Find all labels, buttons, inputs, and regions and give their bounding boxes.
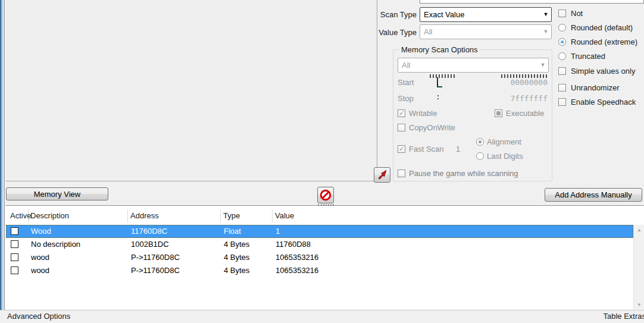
no-entry-icon	[319, 189, 332, 202]
table-row[interactable]: No description1002B1DC4 Bytes11760D88	[6, 238, 633, 251]
writable-checkbox	[398, 109, 405, 117]
start-value: 00000000	[458, 78, 548, 87]
footer-bar: Advanced Options Table Extras	[0, 310, 644, 323]
writable-label: Writable	[409, 109, 437, 118]
executable-label: Executable	[506, 109, 544, 118]
pause-game-label: Pause the game while scanning	[409, 169, 518, 178]
value-type-label: Value Type	[333, 28, 417, 37]
unrandomizer-checkbox[interactable]	[558, 84, 566, 92]
chevron-down-icon: ▼	[540, 29, 551, 35]
scroll-down-icon[interactable]: ▼	[634, 300, 644, 310]
column-header-type[interactable]: Type	[223, 211, 240, 220]
not-label: Not	[571, 9, 583, 18]
row-description: wood	[31, 253, 49, 262]
row-type: 4 Bytes	[224, 240, 249, 249]
rounded-extreme-radio[interactable]	[558, 38, 566, 46]
red-arrow-cursor-icon	[377, 170, 387, 180]
executable-checkbox	[495, 109, 502, 117]
active-checkbox[interactable]	[11, 240, 18, 248]
row-type: Float	[224, 227, 241, 236]
table-row[interactable]: woodP->11760D8C4 Bytes1065353216	[6, 251, 633, 264]
truncated-label: Truncated	[571, 52, 605, 61]
row-address: 1002B1DC	[131, 240, 169, 249]
scan-type-label: Scan Type	[333, 10, 417, 19]
scan-value-input[interactable]	[420, 0, 644, 4]
active-checkbox[interactable]	[11, 227, 18, 235]
pointer-button[interactable]	[374, 167, 390, 183]
alignment-label: Alignment	[487, 137, 521, 146]
column-header-address[interactable]: Address	[130, 211, 159, 220]
fast-scan-checkbox	[398, 145, 405, 153]
last-digits-label: Last Digits	[487, 152, 523, 161]
rounded-default-radio[interactable]	[558, 24, 566, 32]
column-header-value[interactable]: Value	[275, 211, 294, 220]
table-row[interactable]: woodP->11760D8C4 Bytes1065353216	[6, 264, 633, 277]
vertical-scrollbar[interactable]: ▲ ▼	[633, 225, 644, 310]
enable-speedhack-checkbox[interactable]	[558, 98, 566, 106]
row-value: 1065353216	[276, 266, 318, 275]
row-type: 4 Bytes	[224, 266, 249, 275]
unrandomizer-label: Unrandomizer	[571, 83, 620, 92]
row-value: 1	[276, 227, 280, 236]
row-address: P->11760D8C	[131, 253, 180, 262]
row-address: P->11760D8C	[131, 266, 180, 275]
row-type: 4 Bytes	[224, 253, 249, 262]
render-artifact	[437, 86, 442, 87]
fast-scan-value: 1	[456, 145, 460, 153]
found-address-list-panel	[5, 0, 377, 181]
column-header-active[interactable]: Active	[10, 211, 31, 220]
row-value: 1065353216	[276, 253, 318, 262]
alignment-radio	[476, 138, 484, 146]
pause-game-checkbox	[398, 170, 405, 177]
memory-scan-options-title: Memory Scan Options	[399, 45, 480, 54]
row-description: No description	[31, 240, 80, 249]
row-address: 11760D8C	[131, 227, 167, 236]
value-type-combo: All ▼	[420, 24, 552, 39]
add-address-manually-button[interactable]: Add Address Manually	[545, 188, 642, 202]
advanced-options-link[interactable]: Advanced Options	[7, 312, 70, 321]
truncated-radio[interactable]	[558, 52, 566, 60]
active-checkbox[interactable]	[11, 266, 18, 274]
stop-scan-button[interactable]	[317, 187, 334, 203]
window-border-left	[0, 0, 5, 323]
simple-values-checkbox[interactable]	[558, 67, 566, 75]
chevron-down-icon: ▼	[540, 12, 551, 17]
rounded-default-label: Rounded (default)	[571, 23, 633, 32]
render-artifact	[430, 74, 456, 78]
start-label: Start	[398, 78, 414, 87]
memory-view-button[interactable]: Memory View	[6, 187, 108, 200]
not-checkbox[interactable]	[558, 10, 566, 17]
stop-value: 7fffffff	[458, 94, 548, 103]
last-digits-radio	[476, 152, 484, 160]
render-artifact	[437, 95, 439, 101]
row-description: Wood	[31, 227, 51, 236]
address-list: ActiveDescriptionAddressTypeValue Wood11…	[5, 205, 644, 309]
scan-type-combo[interactable]: Exact Value ▼	[420, 7, 552, 22]
row-description: wood	[31, 266, 49, 275]
table-extras-link[interactable]: Table Extras	[603, 312, 644, 321]
row-value: 11760D88	[276, 240, 311, 249]
copyonwrite-label: CopyOnWrite	[409, 123, 455, 132]
header-separator	[272, 209, 273, 222]
table-row[interactable]: Wood11760D8CFloat1	[6, 225, 633, 238]
scroll-up-icon[interactable]: ▲	[634, 225, 644, 235]
fast-scan-label: Fast Scan	[409, 145, 444, 153]
enable-speedhack-label: Enable Speedhack	[571, 98, 636, 106]
stop-label: Stop	[398, 94, 414, 103]
simple-values-label: Simple values only	[571, 67, 635, 76]
active-checkbox[interactable]	[11, 253, 18, 261]
chevron-down-icon: ▼	[537, 62, 548, 68]
scan-region-combo: All ▼	[398, 58, 549, 73]
rounded-extreme-label: Rounded (extreme)	[571, 37, 637, 46]
copyonwrite-checkbox	[398, 124, 405, 131]
header-separator	[220, 209, 221, 222]
header-separator	[127, 209, 128, 222]
column-header-description[interactable]: Description	[30, 211, 69, 220]
cheat-engine-window: Scan Type Exact Value ▼ Value Type All ▼…	[0, 0, 644, 323]
